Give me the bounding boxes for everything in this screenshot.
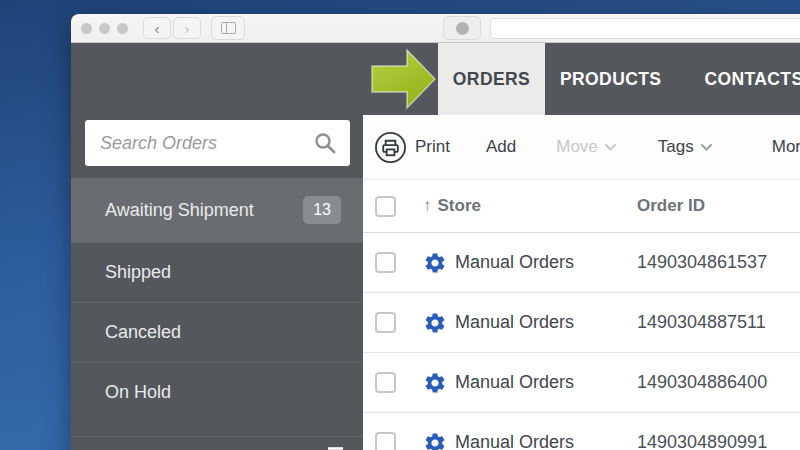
- history-nav-group: ‹ ›: [143, 17, 201, 39]
- search-orders-box: [85, 120, 350, 166]
- orders-table-header: ↑ Store Order ID: [363, 180, 800, 233]
- column-header-store[interactable]: ↑ Store: [423, 196, 637, 216]
- print-icon: [374, 131, 407, 164]
- move-label: Move: [556, 137, 598, 157]
- row-checkbox[interactable]: [375, 312, 396, 333]
- forward-icon: ›: [185, 21, 190, 36]
- order-status-list: Awaiting Shipment 13 Shipped Canceled On…: [71, 178, 363, 422]
- orders-content: ORDERS PRODUCTS CONTACTS: [363, 43, 800, 450]
- table-row[interactable]: Manual Orders 1490304890991: [363, 413, 800, 450]
- store-name: Manual Orders: [455, 432, 574, 450]
- collapse-sidebar-icon[interactable]: [317, 446, 344, 450]
- order-id: 1490304887511: [637, 312, 800, 333]
- move-button[interactable]: Move: [556, 137, 616, 157]
- order-id: 1490304886400: [637, 372, 800, 393]
- sidebar-toggle-button[interactable]: [211, 16, 245, 40]
- sidebar-item-label: Awaiting Shipment: [105, 200, 254, 221]
- store-name: Manual Orders: [455, 252, 574, 273]
- row-checkbox[interactable]: [375, 252, 396, 273]
- orders-toolbar: Print Add Move Tags: [363, 115, 800, 180]
- screen: ‹ ›: [0, 0, 800, 450]
- store-name: Manual Orders: [455, 372, 574, 393]
- manual-order-gear-icon: [423, 311, 447, 335]
- tab-contacts[interactable]: CONTACTS: [689, 43, 800, 115]
- highlight-arrow-icon: [369, 46, 439, 112]
- tab-label: CONTACTS: [704, 69, 800, 90]
- order-id: 1490304861537: [637, 252, 800, 273]
- favicon-chip[interactable]: [443, 16, 481, 40]
- manual-order-gear-icon: [423, 431, 447, 450]
- tab-orders[interactable]: ORDERS: [438, 43, 545, 115]
- add-label: Add: [486, 137, 516, 157]
- tab-products[interactable]: PRODUCTS: [545, 43, 676, 115]
- sidebar-footer: [71, 436, 363, 450]
- sidebar-item-label: Shipped: [105, 262, 171, 283]
- table-row[interactable]: Manual Orders 1490304886400: [363, 353, 800, 413]
- sidebar-item-label: On Hold: [105, 382, 171, 403]
- back-icon: ‹: [155, 21, 160, 36]
- sidebar-item-label: Canceled: [105, 322, 181, 343]
- table-row[interactable]: Manual Orders 1490304887511: [363, 293, 800, 353]
- forward-button[interactable]: ›: [173, 17, 201, 39]
- awaiting-count-badge: 13: [303, 196, 341, 223]
- sidebar-item-on-hold[interactable]: On Hold: [71, 362, 363, 422]
- nav-tabs-bar: ORDERS PRODUCTS CONTACTS: [363, 43, 800, 115]
- manual-order-gear-icon: [423, 251, 447, 275]
- sidebar-panel-icon: [221, 22, 236, 34]
- sidebar-spacer: [71, 43, 363, 120]
- site-favicon-icon: [456, 22, 469, 35]
- column-header-order-id[interactable]: Order ID: [637, 196, 800, 216]
- row-checkbox[interactable]: [375, 372, 396, 393]
- column-label: Order ID: [637, 196, 705, 216]
- sidebar-item-shipped[interactable]: Shipped: [71, 242, 363, 302]
- table-row[interactable]: Manual Orders 1490304861537: [363, 233, 800, 293]
- browser-chrome: ‹ ›: [71, 14, 800, 43]
- tags-label: Tags: [658, 137, 694, 157]
- tab-label: PRODUCTS: [560, 69, 661, 90]
- sidebar-item-canceled[interactable]: Canceled: [71, 302, 363, 362]
- select-all-checkbox[interactable]: [375, 196, 396, 217]
- chevron-down-icon: [701, 144, 712, 151]
- back-button[interactable]: ‹: [143, 17, 171, 39]
- print-button[interactable]: Print: [374, 131, 450, 164]
- address-bar[interactable]: [490, 18, 800, 39]
- search-orders-input[interactable]: [98, 132, 313, 155]
- orders-sidebar: Awaiting Shipment 13 Shipped Canceled On…: [71, 43, 363, 450]
- column-label: Store: [438, 196, 481, 216]
- print-label: Print: [415, 137, 450, 157]
- more-button[interactable]: More: [772, 137, 800, 157]
- add-button[interactable]: Add: [486, 137, 516, 157]
- window-control-minimize[interactable]: [99, 23, 110, 34]
- orders-table-body: Manual Orders 1490304861537 Manual Order…: [363, 233, 800, 450]
- window-control-zoom[interactable]: [117, 23, 128, 34]
- row-checkbox[interactable]: [375, 432, 396, 450]
- order-id: 1490304890991: [637, 432, 800, 450]
- more-label: More: [772, 137, 800, 157]
- tags-button[interactable]: Tags: [658, 137, 712, 157]
- store-name: Manual Orders: [455, 312, 574, 333]
- app-main: Awaiting Shipment 13 Shipped Canceled On…: [71, 43, 800, 450]
- chevron-down-icon: [605, 144, 616, 151]
- sort-ascending-icon: ↑: [423, 196, 432, 216]
- manual-order-gear-icon: [423, 371, 447, 395]
- tab-label: ORDERS: [453, 69, 530, 90]
- window-control-close[interactable]: [81, 23, 92, 34]
- browser-window: ‹ ›: [71, 14, 800, 450]
- search-icon: [313, 131, 337, 155]
- sidebar-item-awaiting-shipment[interactable]: Awaiting Shipment 13: [71, 178, 363, 242]
